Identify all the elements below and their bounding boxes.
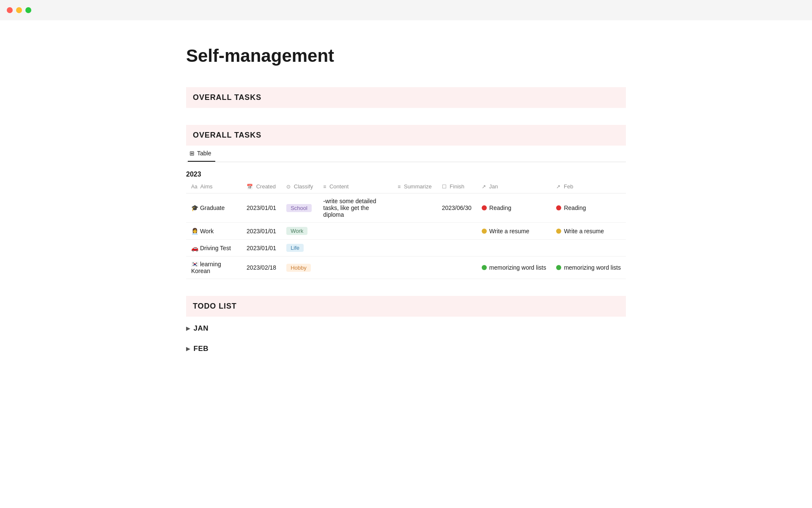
cell-feb: Reading [551, 193, 626, 223]
cell-created: 2023/02/18 [241, 257, 281, 279]
table-row[interactable]: 🚗 Driving Test2023/01/01Life [186, 240, 626, 257]
status-dot-feb [556, 265, 561, 270]
classify-badge: School [286, 204, 312, 212]
cell-classify: School [281, 193, 318, 223]
cell-content [318, 240, 392, 257]
tasks-table: Aa Aims 📅 Created ⊙ Classify ≡ Content [186, 180, 626, 279]
col-aims: Aa Aims [186, 180, 241, 193]
cell-jan: Write a resume [477, 223, 551, 240]
table-row[interactable]: 🎓 Graduate2023/01/01School-write some de… [186, 193, 626, 223]
triangle-icon-feb: ▶ [186, 346, 190, 352]
status-label-jan: Reading [489, 204, 511, 211]
cell-feb [551, 240, 626, 257]
cell-feb: Write a resume [551, 223, 626, 240]
col-content: ≡ Content [318, 180, 392, 193]
page-title: Self-management [186, 46, 626, 66]
classify-icon: ⊙ [286, 184, 291, 190]
classify-badge: Hobby [286, 264, 311, 272]
triangle-icon-jan: ▶ [186, 326, 190, 331]
cell-summarize [392, 193, 436, 223]
status-dot-jan [482, 205, 487, 210]
cell-jan: memorizing word lists [477, 257, 551, 279]
overall-tasks-section-1: OVERALL TASKS [186, 87, 626, 108]
jan-collapsible[interactable]: ▶ JAN [186, 317, 626, 337]
jan-icon: ↗ [482, 184, 486, 190]
cell-finish: 2023/06/30 [437, 193, 477, 223]
summarize-icon: ≡ [398, 184, 401, 190]
col-jan: ↗ Jan [477, 180, 551, 193]
cell-finish [437, 257, 477, 279]
cell-aim: 🇰🇷 learning Korean [186, 257, 241, 279]
col-feb: ↗ Feb [551, 180, 626, 193]
tab-table-label: Table [197, 150, 211, 157]
close-button[interactable] [7, 7, 13, 13]
feb-collapsible[interactable]: ▶ FEB [186, 337, 626, 357]
cell-created: 2023/01/01 [241, 240, 281, 257]
col-finish: ☐ Finish [437, 180, 477, 193]
todo-header: TODO LIST [186, 296, 626, 317]
main-content: Self-management OVERALL TASKS OVERALL TA… [152, 20, 660, 383]
maximize-button[interactable] [25, 7, 31, 13]
col-summarize: ≡ Summarize [392, 180, 436, 193]
col-classify: ⊙ Classify [281, 180, 318, 193]
cell-summarize [392, 223, 436, 240]
section-header-1: OVERALL TASKS [186, 87, 626, 108]
cell-content [318, 223, 392, 240]
content-icon: ≡ [323, 184, 326, 190]
status-dot-feb [556, 205, 561, 210]
status-dot-jan [482, 229, 487, 234]
section-header-2: OVERALL TASKS [186, 125, 626, 146]
cell-aim: 🎓 Graduate [186, 193, 241, 223]
cell-created: 2023/01/01 [241, 193, 281, 223]
cell-created: 2023/01/01 [241, 223, 281, 240]
status-label-jan: memorizing word lists [489, 264, 546, 271]
todo-section: TODO LIST ▶ JAN ▶ FEB [186, 296, 626, 357]
status-label-jan: Write a resume [489, 228, 529, 235]
tab-bar: ⊞ Table [186, 146, 626, 162]
titlebar [0, 0, 812, 20]
cell-summarize [392, 240, 436, 257]
cell-classify: Life [281, 240, 318, 257]
cell-content: -write some detailed tasks, like get the… [318, 193, 392, 223]
table-row[interactable]: 🇰🇷 learning Korean2023/02/18Hobbymemoriz… [186, 257, 626, 279]
cell-finish [437, 240, 477, 257]
cell-summarize [392, 257, 436, 279]
cell-classify: Hobby [281, 257, 318, 279]
table-header-row: Aa Aims 📅 Created ⊙ Classify ≡ Content [186, 180, 626, 193]
table-row[interactable]: 👩‍💼 Work2023/01/01WorkWrite a resumeWrit… [186, 223, 626, 240]
cell-feb: memorizing word lists [551, 257, 626, 279]
cell-jan [477, 240, 551, 257]
status-label-feb: Reading [564, 204, 586, 211]
status-label-feb: Write a resume [564, 228, 604, 235]
jan-label: JAN [194, 324, 209, 333]
feb-icon: ↗ [556, 184, 560, 190]
overall-tasks-section-2: OVERALL TASKS ⊞ Table 2023 Aa Aims 📅 Cre… [186, 125, 626, 279]
feb-label: FEB [194, 345, 209, 353]
calendar-icon: 📅 [247, 184, 253, 190]
classify-badge: Work [286, 227, 307, 235]
aims-icon: Aa [191, 184, 198, 190]
status-label-feb: memorizing word lists [564, 264, 621, 271]
cell-finish [437, 223, 477, 240]
col-created: 📅 Created [241, 180, 281, 193]
year-label: 2023 [186, 171, 626, 178]
cell-aim: 👩‍💼 Work [186, 223, 241, 240]
finish-icon: ☐ [442, 184, 447, 190]
cell-aim: 🚗 Driving Test [186, 240, 241, 257]
classify-badge: Life [286, 244, 304, 252]
minimize-button[interactable] [16, 7, 22, 13]
tab-table[interactable]: ⊞ Table [188, 146, 215, 162]
table-icon: ⊞ [189, 150, 195, 157]
cell-classify: Work [281, 223, 318, 240]
cell-content [318, 257, 392, 279]
status-dot-feb [556, 229, 561, 234]
cell-jan: Reading [477, 193, 551, 223]
status-dot-jan [482, 265, 487, 270]
